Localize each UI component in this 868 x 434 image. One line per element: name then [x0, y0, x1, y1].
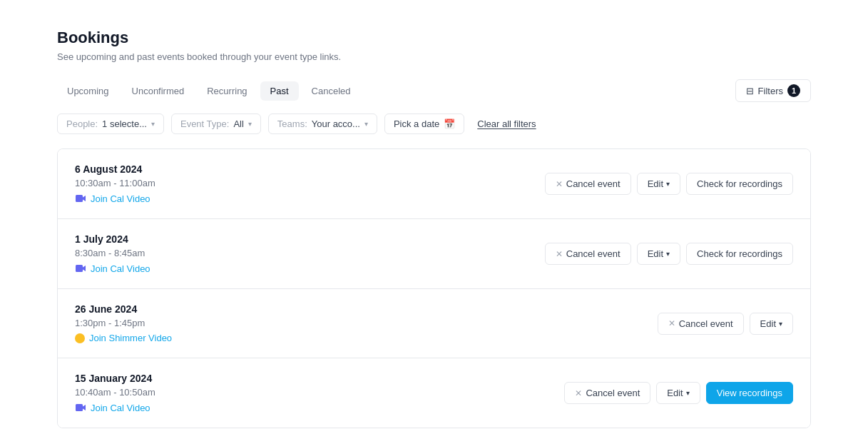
edit-button-2[interactable]: Edit ▾: [637, 243, 680, 265]
booking-details-4: 15 January 2024 10:40am - 10:50am Join C…: [75, 373, 155, 413]
svg-rect-1: [76, 265, 83, 272]
people-filter[interactable]: People: 1 selecte... ▾: [57, 113, 164, 134]
edit-button-4[interactable]: Edit ▾: [656, 382, 700, 404]
edit-button-1[interactable]: Edit ▾: [637, 173, 680, 195]
booking-link-label-1: Join Cal Video: [91, 193, 150, 204]
booking-item: 26 June 2024 1:30pm - 1:45pm Join Shimme…: [58, 289, 810, 358]
booking-actions-3: ✕ Cancel event Edit ▾: [658, 313, 793, 335]
booking-link-label-4: Join Cal Video: [91, 403, 150, 413]
tab-recurring[interactable]: Recurring: [197, 81, 257, 101]
edit-chevron-2: ▾: [666, 250, 670, 258]
cal-video-icon-2: [75, 263, 86, 274]
filter-row: People: 1 selecte... ▾ Event Type: All ▾…: [57, 113, 811, 134]
cancel-event-button-4[interactable]: ✕ Cancel event: [564, 382, 650, 404]
booking-time-1: 10:30am - 11:00am: [75, 178, 155, 188]
booking-details-1: 6 August 2024 10:30am - 11:00am Join Cal…: [75, 163, 155, 204]
cancel-x-icon-2: ✕: [556, 249, 563, 259]
booking-date-2: 1 July 2024: [75, 233, 150, 245]
clear-filters-button[interactable]: Clear all filters: [471, 114, 541, 133]
event-type-filter-value: All: [233, 118, 243, 129]
tabs: Upcoming Unconfirmed Recurring Past Canc…: [57, 81, 361, 101]
booking-item: 6 August 2024 10:30am - 11:00am Join Cal…: [58, 149, 810, 219]
booking-link-3[interactable]: Join Shimmer Video: [75, 333, 172, 343]
booking-date-1: 6 August 2024: [75, 163, 155, 175]
booking-time-2: 8:30am - 8:45am: [75, 248, 150, 258]
teams-filter-chevron: ▾: [364, 120, 368, 128]
event-type-filter-chevron: ▾: [248, 120, 252, 128]
booking-date-3: 26 June 2024: [75, 303, 172, 315]
booking-actions-2: ✕ Cancel event Edit ▾ Check for recordin…: [545, 243, 793, 265]
check-recordings-button-1[interactable]: Check for recordings: [686, 173, 793, 195]
booking-link-4[interactable]: Join Cal Video: [75, 402, 155, 413]
filters-badge: 1: [787, 84, 800, 97]
edit-button-3[interactable]: Edit ▾: [750, 313, 793, 335]
cancel-x-icon-4: ✕: [575, 388, 582, 398]
edit-chevron-1: ▾: [666, 180, 670, 188]
event-type-filter[interactable]: Event Type: All ▾: [171, 113, 261, 134]
date-picker-label: Pick a date: [394, 118, 439, 129]
booking-link-label-3: Join Shimmer Video: [89, 333, 172, 343]
shimmer-icon-3: [75, 333, 85, 343]
view-recordings-button-4[interactable]: View recordings: [706, 382, 793, 404]
booking-item: 1 July 2024 8:30am - 8:45am Join Cal Vid…: [58, 219, 810, 289]
check-recordings-button-2[interactable]: Check for recordings: [686, 243, 793, 265]
people-filter-value: 1 selecte...: [102, 118, 147, 129]
edit-chevron-3: ▾: [779, 320, 782, 328]
cal-video-icon-4: [75, 402, 86, 413]
tab-upcoming[interactable]: Upcoming: [57, 81, 119, 101]
booking-link-label-2: Join Cal Video: [91, 263, 150, 274]
teams-filter-label: Teams:: [277, 118, 307, 129]
tab-canceled[interactable]: Canceled: [302, 81, 361, 101]
cancel-event-button-2[interactable]: ✕ Cancel event: [545, 243, 631, 265]
booking-list: 6 August 2024 10:30am - 11:00am Join Cal…: [57, 148, 811, 428]
cancel-event-button-1[interactable]: ✕ Cancel event: [545, 173, 631, 195]
calendar-icon: 📅: [444, 118, 455, 129]
booking-link-2[interactable]: Join Cal Video: [75, 263, 150, 274]
filter-icon: ⊟: [746, 86, 754, 96]
people-filter-label: People:: [66, 118, 98, 129]
cancel-x-icon-1: ✕: [556, 179, 563, 189]
booking-actions-4: ✕ Cancel event Edit ▾ View recordings: [564, 382, 793, 404]
tabs-row: Upcoming Unconfirmed Recurring Past Canc…: [57, 79, 811, 102]
booking-item: 15 January 2024 10:40am - 10:50am Join C…: [58, 358, 810, 428]
date-picker[interactable]: Pick a date 📅: [384, 113, 464, 134]
teams-filter[interactable]: Teams: Your acco... ▾: [268, 113, 377, 134]
filters-button[interactable]: ⊟ Filters 1: [735, 79, 811, 102]
booking-time-4: 10:40am - 10:50am: [75, 387, 155, 398]
cancel-event-button-3[interactable]: ✕ Cancel event: [658, 313, 744, 335]
booking-time-3: 1:30pm - 1:45pm: [75, 318, 172, 328]
edit-chevron-4: ▾: [686, 389, 690, 397]
booking-details-2: 1 July 2024 8:30am - 8:45am Join Cal Vid…: [75, 233, 150, 274]
svg-rect-0: [76, 195, 83, 202]
booking-actions-1: ✕ Cancel event Edit ▾ Check for recordin…: [545, 173, 793, 195]
people-filter-chevron: ▾: [151, 120, 155, 128]
svg-rect-2: [76, 404, 83, 411]
booking-link-1[interactable]: Join Cal Video: [75, 193, 155, 204]
cal-video-icon-1: [75, 193, 86, 204]
page-subtitle: See upcoming and past events booked thro…: [57, 51, 811, 62]
booking-details-3: 26 June 2024 1:30pm - 1:45pm Join Shimme…: [75, 303, 172, 343]
event-type-filter-label: Event Type:: [180, 118, 229, 129]
cancel-x-icon-3: ✕: [668, 318, 675, 328]
tab-unconfirmed[interactable]: Unconfirmed: [122, 81, 195, 101]
tab-past[interactable]: Past: [260, 81, 299, 101]
teams-filter-value: Your acco...: [312, 118, 360, 129]
booking-date-4: 15 January 2024: [75, 373, 155, 384]
filters-label: Filters: [758, 86, 783, 96]
page-title: Bookings: [57, 29, 811, 47]
